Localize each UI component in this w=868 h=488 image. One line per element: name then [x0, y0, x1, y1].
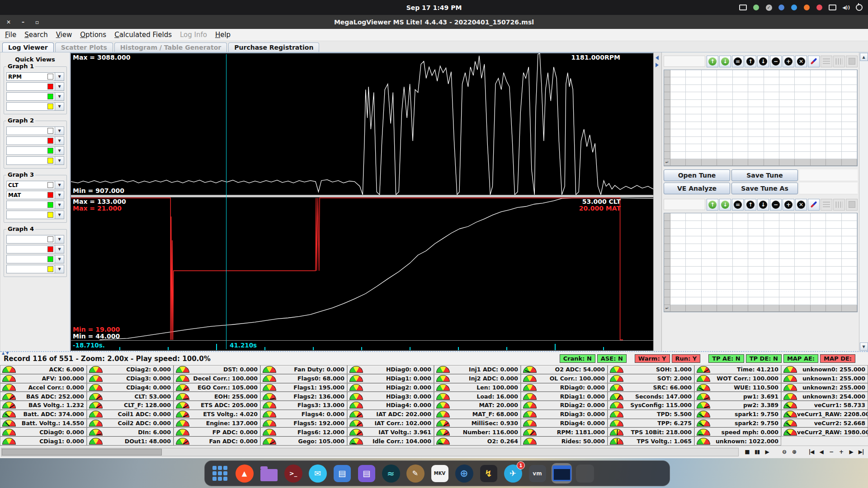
shift-down-button[interactable]: ↓: [757, 56, 769, 67]
ve-cell[interactable]: [779, 114, 795, 122]
axis-corner-cell[interactable]: ↵: [664, 305, 670, 312]
chevron-down-icon[interactable]: ▼: [55, 201, 64, 209]
header-cell[interactable]: [842, 305, 857, 312]
ve-cell[interactable]: [717, 152, 732, 159]
ve-cell[interactable]: [795, 77, 810, 84]
ve-cell[interactable]: [670, 252, 686, 259]
set-equal-button[interactable]: =: [732, 56, 744, 67]
ve-cell[interactable]: [748, 114, 764, 122]
ve-cell[interactable]: [670, 274, 686, 282]
ve-cell[interactable]: [826, 92, 841, 99]
ve-cell[interactable]: [670, 85, 686, 92]
ve-cell[interactable]: [826, 236, 841, 244]
chevron-down-icon[interactable]: ▼: [55, 92, 64, 101]
ve-cell[interactable]: [779, 274, 795, 282]
scroll-up-icon[interactable]: ▲: [860, 53, 868, 61]
docs-blue-icon[interactable]: ▤: [332, 463, 352, 483]
ve-cell[interactable]: [795, 213, 810, 221]
ve-cell[interactable]: [842, 236, 857, 244]
ve-cell[interactable]: [733, 129, 748, 136]
decrease-all-button[interactable]: ↓: [719, 56, 731, 67]
ve-cell[interactable]: [748, 221, 764, 229]
pause-button[interactable]: ▮▮: [754, 448, 760, 456]
ve-cell[interactable]: [811, 77, 826, 84]
header-cell[interactable]: [664, 274, 670, 282]
ve-cell[interactable]: [779, 137, 795, 144]
ve-cell[interactable]: [717, 70, 732, 77]
ve-cell[interactable]: [764, 114, 779, 122]
header-cell[interactable]: [717, 305, 732, 312]
ve-cell[interactable]: [779, 236, 795, 244]
ve-cell[interactable]: [842, 290, 857, 297]
ve-cell[interactable]: [842, 100, 857, 107]
ve-cell[interactable]: [842, 252, 857, 259]
ve-cell[interactable]: [748, 129, 764, 136]
ve-cell[interactable]: [717, 85, 732, 92]
ve-cell[interactable]: [795, 152, 810, 159]
ve-cell[interactable]: [717, 221, 732, 229]
ve-cell[interactable]: [764, 70, 779, 77]
ve-cell[interactable]: [842, 274, 857, 282]
ve-cell[interactable]: [717, 267, 732, 274]
ve-cell[interactable]: [779, 152, 795, 159]
ve-cell[interactable]: [811, 297, 826, 305]
chevron-down-icon[interactable]: ▼: [55, 255, 64, 263]
header-cell[interactable]: [779, 159, 795, 166]
ve-cell[interactable]: [779, 297, 795, 305]
ve-cell[interactable]: [733, 244, 748, 252]
ve-cell[interactable]: [717, 114, 732, 122]
ve-cell[interactable]: [702, 252, 717, 259]
ve-cell[interactable]: [779, 213, 795, 221]
ve-cell[interactable]: [842, 85, 857, 92]
menu-view[interactable]: View: [52, 30, 76, 40]
axis-corner-cell[interactable]: ↵: [664, 159, 670, 166]
ve-cell[interactable]: [779, 259, 795, 267]
ve-cell[interactable]: [717, 282, 732, 290]
ve-cell[interactable]: [811, 244, 826, 252]
ve-cell[interactable]: [733, 100, 748, 107]
header-cell[interactable]: [686, 305, 701, 312]
header-cell[interactable]: [842, 159, 857, 166]
subtract-button[interactable]: −: [770, 56, 782, 67]
ve-cell[interactable]: [826, 213, 841, 221]
ve-cell[interactable]: [795, 144, 810, 151]
ve-cell[interactable]: [733, 85, 748, 92]
ve-cell[interactable]: [764, 92, 779, 99]
window-title-bar[interactable]: ✕–▫ MegaLogViewer MS Lite! 4.4.43 - 2022…: [0, 15, 868, 29]
header-cell[interactable]: [795, 305, 810, 312]
ve-cell[interactable]: [779, 144, 795, 151]
ve-cell[interactable]: [748, 244, 764, 252]
ve-cell[interactable]: [733, 282, 748, 290]
field-select-box[interactable]: [6, 255, 55, 263]
ve-cell[interactable]: [811, 85, 826, 92]
keyboard-layout-icon[interactable]: [778, 4, 785, 11]
ve-cell[interactable]: [717, 92, 732, 99]
ve-cell[interactable]: [795, 252, 810, 259]
header-cell[interactable]: [686, 159, 701, 166]
field-select-box[interactable]: [6, 92, 55, 101]
chevron-down-icon[interactable]: ▼: [55, 136, 64, 145]
ve-cell[interactable]: [779, 92, 795, 99]
ve-cell[interactable]: [795, 92, 810, 99]
header-cell[interactable]: [733, 305, 748, 312]
save-tune-button[interactable]: Save Tune: [731, 169, 798, 181]
ve-cell[interactable]: [795, 221, 810, 229]
header-cell[interactable]: [664, 282, 670, 290]
ve-cell[interactable]: [702, 70, 717, 77]
ve-cell[interactable]: [764, 252, 779, 259]
chevron-down-icon[interactable]: ▼: [55, 72, 64, 81]
scroll-down-icon[interactable]: ▼: [860, 343, 868, 351]
playback-cursor-line[interactable]: [226, 54, 226, 349]
ve-cell[interactable]: [702, 259, 717, 267]
ve-cell[interactable]: [670, 92, 686, 99]
ve-cell[interactable]: [717, 290, 732, 297]
ve-cell[interactable]: [795, 244, 810, 252]
save-tune-as-button[interactable]: Save Tune As: [731, 183, 798, 194]
header-cell[interactable]: [702, 305, 717, 312]
header-cell[interactable]: [664, 92, 670, 99]
ve-cell[interactable]: [811, 290, 826, 297]
header-cell[interactable]: [717, 159, 732, 166]
ve-cell[interactable]: [764, 290, 779, 297]
splitter-grips[interactable]: ▲▼: [2, 352, 9, 355]
chevron-down-icon[interactable]: ▼: [55, 102, 64, 111]
